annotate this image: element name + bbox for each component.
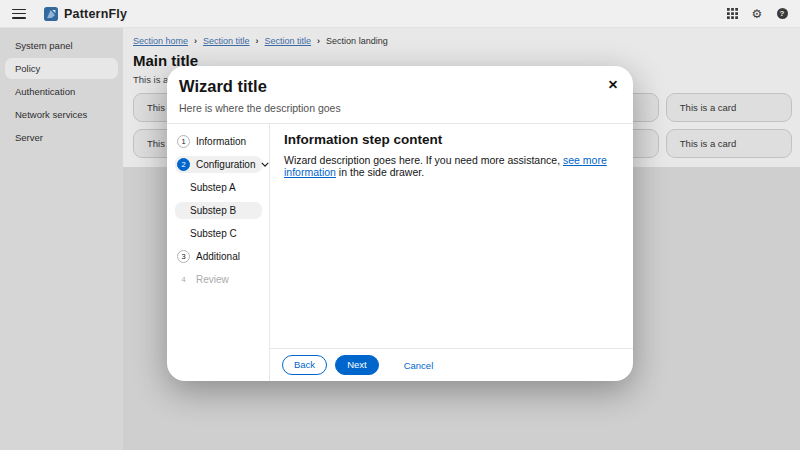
body-text: Wizard description goes here. If you nee… [284,154,563,166]
gear-icon[interactable]: ⚙ [749,6,765,22]
sidebar-item-server[interactable]: Server [5,127,118,148]
step-number-badge: 1 [177,135,190,148]
wizard-substep-c[interactable]: Substep C [175,225,262,242]
card: This is a card [666,129,792,158]
wizard-footer: Back Next Cancel [270,348,633,381]
sidebar-item-system-panel[interactable]: System panel [5,35,118,56]
sidebar-nav: System panel Policy Authentication Netwo… [0,28,123,450]
card: This is a card [666,93,792,122]
brand-name: PatternFly [64,7,127,21]
menu-toggle-bars-icon[interactable] [12,9,26,19]
wizard-description: Here is where the description goes [179,102,617,114]
step-content-heading: Information step content [284,132,619,147]
wizard-step-information[interactable]: 1 Information [175,133,262,150]
wizard-step-review: 4 Review [175,271,262,288]
wizard-modal: Wizard title Here is where the descripti… [167,66,633,381]
step-label: Configuration [196,159,255,170]
wizard-step-content: Information step content Wizard descript… [270,124,633,348]
next-button[interactable]: Next [335,355,379,375]
wizard-title: Wizard title [179,77,617,96]
step-number-badge: 4 [177,273,190,286]
brand-logo: PatternFly [44,7,127,21]
wizard-substep-a[interactable]: Substep A [175,179,262,196]
wizard-step-additional[interactable]: 3 Additional [175,248,262,265]
step-label: Information [196,136,246,147]
breadcrumb: Section home › Section title › Section t… [133,36,792,46]
body-text: in the side drawer. [336,166,424,178]
step-number-badge: 2 [177,158,190,171]
close-icon[interactable]: ✕ [604,75,622,93]
breadcrumb-link[interactable]: Section title [203,36,250,46]
apps-grid-icon[interactable] [724,6,740,22]
breadcrumb-link[interactable]: Section title [265,36,312,46]
breadcrumb-link[interactable]: Section home [133,36,188,46]
wizard-step-configuration[interactable]: 2 Configuration [175,156,262,173]
step-label: Review [196,274,229,285]
back-button[interactable]: Back [282,355,327,375]
chevron-down-icon [261,162,269,167]
angle-right-icon: › [256,37,259,46]
wizard-step-nav: 1 Information 2 Configuration Substep A … [167,124,270,381]
sidebar-item-authentication[interactable]: Authentication [5,81,118,102]
masthead: PatternFly ⚙ ? [0,0,800,28]
patternfly-logo-icon [44,7,58,21]
help-icon[interactable]: ? [774,6,790,22]
masthead-utilities: ⚙ ? [724,6,790,22]
step-content-body: Wizard description goes here. If you nee… [284,154,619,178]
cancel-button[interactable]: Cancel [404,360,434,371]
sidebar-item-network-services[interactable]: Network services [5,104,118,125]
wizard-header: Wizard title Here is where the descripti… [167,66,633,124]
wizard-substep-b[interactable]: Substep B [175,202,262,219]
angle-right-icon: › [194,37,197,46]
breadcrumb-current: Section landing [326,36,388,46]
angle-right-icon: › [317,37,320,46]
step-label: Additional [196,251,240,262]
sidebar-item-policy[interactable]: Policy [5,58,118,79]
step-number-badge: 3 [177,250,190,263]
